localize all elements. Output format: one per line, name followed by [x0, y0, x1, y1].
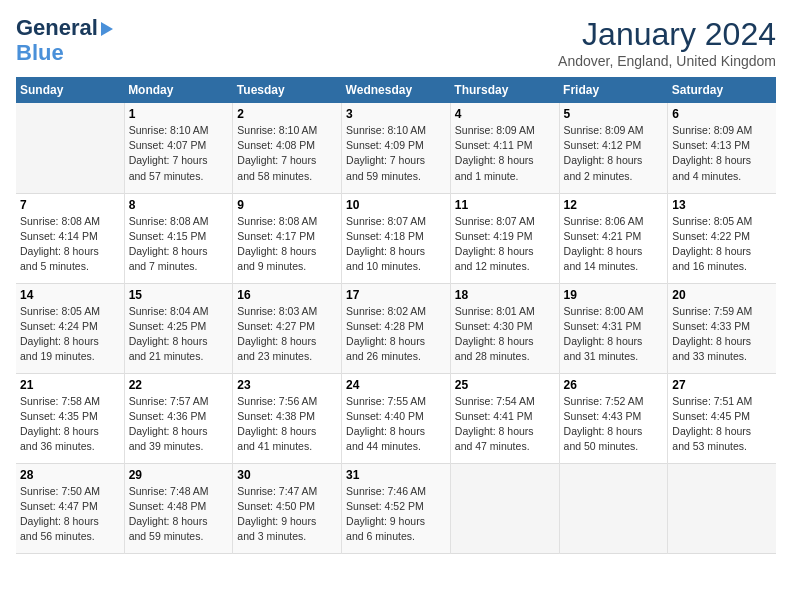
- day-header-saturday: Saturday: [668, 77, 776, 103]
- day-number: 21: [20, 378, 120, 392]
- calendar-cell: [668, 463, 776, 553]
- day-info: Sunrise: 8:07 AMSunset: 4:18 PMDaylight:…: [346, 214, 446, 275]
- day-header-tuesday: Tuesday: [233, 77, 342, 103]
- day-info: Sunrise: 7:58 AMSunset: 4:35 PMDaylight:…: [20, 394, 120, 455]
- day-info: Sunrise: 8:01 AMSunset: 4:30 PMDaylight:…: [455, 304, 555, 365]
- day-info: Sunrise: 8:07 AMSunset: 4:19 PMDaylight:…: [455, 214, 555, 275]
- day-info: Sunrise: 8:08 AMSunset: 4:15 PMDaylight:…: [129, 214, 229, 275]
- calendar-header: SundayMondayTuesdayWednesdayThursdayFrid…: [16, 77, 776, 103]
- calendar-cell: [16, 103, 124, 193]
- calendar-cell: 31Sunrise: 7:46 AMSunset: 4:52 PMDayligh…: [342, 463, 451, 553]
- title-area: January 2024 Andover, England, United Ki…: [558, 16, 776, 69]
- logo: General Blue: [16, 16, 113, 66]
- calendar-cell: 17Sunrise: 8:02 AMSunset: 4:28 PMDayligh…: [342, 283, 451, 373]
- day-number: 19: [564, 288, 664, 302]
- calendar-cell: 9Sunrise: 8:08 AMSunset: 4:17 PMDaylight…: [233, 193, 342, 283]
- day-info: Sunrise: 8:08 AMSunset: 4:14 PMDaylight:…: [20, 214, 120, 275]
- calendar-cell: 15Sunrise: 8:04 AMSunset: 4:25 PMDayligh…: [124, 283, 233, 373]
- calendar-cell: 12Sunrise: 8:06 AMSunset: 4:21 PMDayligh…: [559, 193, 668, 283]
- day-info: Sunrise: 7:59 AMSunset: 4:33 PMDaylight:…: [672, 304, 772, 365]
- day-number: 17: [346, 288, 446, 302]
- calendar-cell: 22Sunrise: 7:57 AMSunset: 4:36 PMDayligh…: [124, 373, 233, 463]
- calendar-week-2: 7Sunrise: 8:08 AMSunset: 4:14 PMDaylight…: [16, 193, 776, 283]
- day-info: Sunrise: 8:10 AMSunset: 4:08 PMDaylight:…: [237, 123, 337, 184]
- calendar-cell: 26Sunrise: 7:52 AMSunset: 4:43 PMDayligh…: [559, 373, 668, 463]
- day-number: 2: [237, 107, 337, 121]
- calendar-table: SundayMondayTuesdayWednesdayThursdayFrid…: [16, 77, 776, 554]
- day-number: 26: [564, 378, 664, 392]
- day-number: 30: [237, 468, 337, 482]
- day-info: Sunrise: 7:50 AMSunset: 4:47 PMDaylight:…: [20, 484, 120, 545]
- calendar-body: 1Sunrise: 8:10 AMSunset: 4:07 PMDaylight…: [16, 103, 776, 553]
- calendar-cell: 14Sunrise: 8:05 AMSunset: 4:24 PMDayligh…: [16, 283, 124, 373]
- calendar-cell: 2Sunrise: 8:10 AMSunset: 4:08 PMDaylight…: [233, 103, 342, 193]
- day-number: 27: [672, 378, 772, 392]
- day-info: Sunrise: 8:05 AMSunset: 4:24 PMDaylight:…: [20, 304, 120, 365]
- calendar-cell: 23Sunrise: 7:56 AMSunset: 4:38 PMDayligh…: [233, 373, 342, 463]
- day-number: 31: [346, 468, 446, 482]
- calendar-cell: 6Sunrise: 8:09 AMSunset: 4:13 PMDaylight…: [668, 103, 776, 193]
- calendar-week-3: 14Sunrise: 8:05 AMSunset: 4:24 PMDayligh…: [16, 283, 776, 373]
- calendar-cell: 16Sunrise: 8:03 AMSunset: 4:27 PMDayligh…: [233, 283, 342, 373]
- day-number: 3: [346, 107, 446, 121]
- calendar-cell: 4Sunrise: 8:09 AMSunset: 4:11 PMDaylight…: [450, 103, 559, 193]
- calendar-cell: 19Sunrise: 8:00 AMSunset: 4:31 PMDayligh…: [559, 283, 668, 373]
- calendar-cell: 20Sunrise: 7:59 AMSunset: 4:33 PMDayligh…: [668, 283, 776, 373]
- calendar-cell: 3Sunrise: 8:10 AMSunset: 4:09 PMDaylight…: [342, 103, 451, 193]
- calendar-cell: 27Sunrise: 7:51 AMSunset: 4:45 PMDayligh…: [668, 373, 776, 463]
- day-number: 10: [346, 198, 446, 212]
- day-info: Sunrise: 8:04 AMSunset: 4:25 PMDaylight:…: [129, 304, 229, 365]
- day-info: Sunrise: 8:09 AMSunset: 4:12 PMDaylight:…: [564, 123, 664, 184]
- day-header-thursday: Thursday: [450, 77, 559, 103]
- header-row: SundayMondayTuesdayWednesdayThursdayFrid…: [16, 77, 776, 103]
- calendar-cell: 25Sunrise: 7:54 AMSunset: 4:41 PMDayligh…: [450, 373, 559, 463]
- day-number: 14: [20, 288, 120, 302]
- logo-blue: Blue: [16, 40, 64, 65]
- day-number: 7: [20, 198, 120, 212]
- day-header-sunday: Sunday: [16, 77, 124, 103]
- logo-text: General: [16, 16, 113, 40]
- day-number: 24: [346, 378, 446, 392]
- calendar-cell: 24Sunrise: 7:55 AMSunset: 4:40 PMDayligh…: [342, 373, 451, 463]
- calendar-cell: 8Sunrise: 8:08 AMSunset: 4:15 PMDaylight…: [124, 193, 233, 283]
- month-title: January 2024: [558, 16, 776, 53]
- day-number: 18: [455, 288, 555, 302]
- day-number: 9: [237, 198, 337, 212]
- calendar-cell: [559, 463, 668, 553]
- calendar-cell: 5Sunrise: 8:09 AMSunset: 4:12 PMDaylight…: [559, 103, 668, 193]
- calendar-cell: 7Sunrise: 8:08 AMSunset: 4:14 PMDaylight…: [16, 193, 124, 283]
- day-number: 12: [564, 198, 664, 212]
- day-number: 23: [237, 378, 337, 392]
- day-info: Sunrise: 7:56 AMSunset: 4:38 PMDaylight:…: [237, 394, 337, 455]
- calendar-week-4: 21Sunrise: 7:58 AMSunset: 4:35 PMDayligh…: [16, 373, 776, 463]
- day-info: Sunrise: 7:54 AMSunset: 4:41 PMDaylight:…: [455, 394, 555, 455]
- calendar-cell: 28Sunrise: 7:50 AMSunset: 4:47 PMDayligh…: [16, 463, 124, 553]
- day-info: Sunrise: 7:46 AMSunset: 4:52 PMDaylight:…: [346, 484, 446, 545]
- location-subtitle: Andover, England, United Kingdom: [558, 53, 776, 69]
- day-info: Sunrise: 8:03 AMSunset: 4:27 PMDaylight:…: [237, 304, 337, 365]
- header: General Blue January 2024 Andover, Engla…: [16, 16, 776, 69]
- calendar-cell: 18Sunrise: 8:01 AMSunset: 4:30 PMDayligh…: [450, 283, 559, 373]
- day-number: 1: [129, 107, 229, 121]
- day-number: 4: [455, 107, 555, 121]
- day-info: Sunrise: 7:47 AMSunset: 4:50 PMDaylight:…: [237, 484, 337, 545]
- day-info: Sunrise: 8:10 AMSunset: 4:09 PMDaylight:…: [346, 123, 446, 184]
- day-number: 22: [129, 378, 229, 392]
- day-info: Sunrise: 8:09 AMSunset: 4:13 PMDaylight:…: [672, 123, 772, 184]
- calendar-cell: [450, 463, 559, 553]
- day-info: Sunrise: 8:05 AMSunset: 4:22 PMDaylight:…: [672, 214, 772, 275]
- logo-general: General: [16, 15, 98, 40]
- calendar-cell: 10Sunrise: 8:07 AMSunset: 4:18 PMDayligh…: [342, 193, 451, 283]
- day-info: Sunrise: 8:09 AMSunset: 4:11 PMDaylight:…: [455, 123, 555, 184]
- day-info: Sunrise: 8:02 AMSunset: 4:28 PMDaylight:…: [346, 304, 446, 365]
- calendar-cell: 11Sunrise: 8:07 AMSunset: 4:19 PMDayligh…: [450, 193, 559, 283]
- logo-arrow-icon: [101, 22, 113, 36]
- day-number: 28: [20, 468, 120, 482]
- day-info: Sunrise: 7:52 AMSunset: 4:43 PMDaylight:…: [564, 394, 664, 455]
- calendar-cell: 30Sunrise: 7:47 AMSunset: 4:50 PMDayligh…: [233, 463, 342, 553]
- day-info: Sunrise: 7:48 AMSunset: 4:48 PMDaylight:…: [129, 484, 229, 545]
- calendar-week-5: 28Sunrise: 7:50 AMSunset: 4:47 PMDayligh…: [16, 463, 776, 553]
- day-number: 8: [129, 198, 229, 212]
- calendar-cell: 29Sunrise: 7:48 AMSunset: 4:48 PMDayligh…: [124, 463, 233, 553]
- day-info: Sunrise: 8:10 AMSunset: 4:07 PMDaylight:…: [129, 123, 229, 184]
